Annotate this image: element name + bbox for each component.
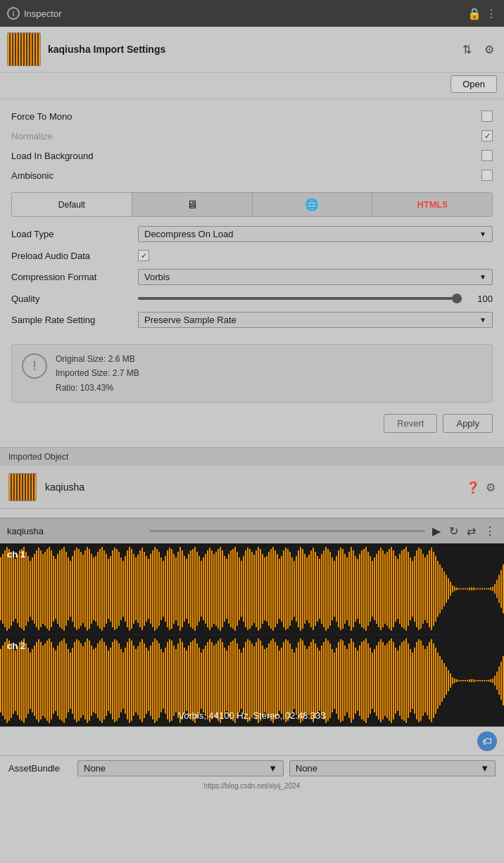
svg-rect-212 bbox=[441, 568, 443, 610]
svg-rect-333 bbox=[190, 642, 191, 719]
svg-rect-160 bbox=[332, 558, 333, 620]
file-info-box: ! Original Size: 2.6 MB Imported Size: 2… bbox=[11, 344, 493, 403]
svg-rect-446 bbox=[429, 642, 430, 719]
svg-rect-25 bbox=[46, 549, 48, 629]
svg-rect-79 bbox=[160, 558, 162, 620]
svg-rect-168 bbox=[348, 552, 350, 626]
svg-rect-128 bbox=[264, 558, 265, 620]
gear-icon-button[interactable]: ⚙ bbox=[481, 42, 497, 58]
svg-rect-395 bbox=[321, 645, 322, 716]
desktop-icon: 🖥 bbox=[187, 199, 198, 211]
svg-rect-234 bbox=[488, 588, 489, 590]
preload-audio-row: Preload Audio Data bbox=[11, 246, 493, 265]
tag-button[interactable]: 🏷 bbox=[477, 731, 497, 751]
svg-rect-213 bbox=[443, 572, 445, 607]
svg-rect-275 bbox=[68, 649, 69, 712]
player-progress-bar[interactable] bbox=[150, 530, 425, 532]
preload-audio-checkbox[interactable] bbox=[138, 250, 149, 261]
lock-icon[interactable]: 🔒 bbox=[467, 7, 481, 20]
svg-rect-438 bbox=[412, 653, 413, 709]
assetbundle-right-dropdown[interactable]: None ▼ bbox=[289, 760, 496, 776]
normalize-checkbox[interactable] bbox=[481, 130, 493, 141]
svg-rect-192 bbox=[399, 554, 401, 624]
svg-rect-107 bbox=[220, 547, 221, 631]
sample-rate-dropdown[interactable]: Preserve Sample Rate ▼ bbox=[138, 312, 493, 328]
load-in-background-label: Load In Background bbox=[11, 151, 481, 161]
settings-icon-button[interactable]: ⚙ bbox=[486, 481, 496, 494]
svg-rect-85 bbox=[173, 554, 175, 624]
svg-rect-480 bbox=[500, 662, 502, 700]
svg-rect-81 bbox=[165, 556, 166, 622]
svg-rect-371 bbox=[270, 641, 272, 721]
svg-rect-419 bbox=[372, 653, 373, 709]
imported-object-section-label: Imported Object bbox=[0, 448, 504, 466]
tab-mobile[interactable]: 🌐 bbox=[253, 193, 373, 216]
svg-rect-136 bbox=[281, 556, 282, 622]
compression-format-dropdown[interactable]: Vorbis ▼ bbox=[138, 269, 493, 285]
repeat-button[interactable]: ⇄ bbox=[465, 523, 477, 539]
quality-slider-track[interactable] bbox=[138, 297, 462, 300]
svg-rect-280 bbox=[78, 641, 80, 721]
svg-rect-13 bbox=[21, 549, 23, 629]
ambisonic-checkbox[interactable] bbox=[481, 170, 493, 181]
inspector-title: Inspector bbox=[24, 8, 463, 19]
svg-rect-71 bbox=[144, 552, 145, 626]
svg-rect-101 bbox=[207, 550, 208, 627]
assetbundle-left-dropdown[interactable]: None ▼ bbox=[77, 760, 284, 776]
svg-rect-393 bbox=[317, 648, 318, 714]
svg-rect-84 bbox=[171, 549, 172, 629]
svg-rect-255 bbox=[25, 643, 27, 718]
svg-rect-268 bbox=[53, 648, 54, 714]
tab-desktop[interactable]: 🖥 bbox=[132, 193, 253, 216]
svg-rect-154 bbox=[319, 559, 320, 619]
header-menu-icon[interactable]: ⋮ bbox=[486, 7, 497, 20]
svg-rect-426 bbox=[386, 643, 388, 718]
load-type-row: Load Type Decompress On Load ▼ bbox=[11, 222, 493, 246]
svg-rect-295 bbox=[110, 648, 111, 714]
tab-html5[interactable]: HTML5 bbox=[372, 193, 492, 216]
svg-rect-324 bbox=[171, 641, 172, 721]
load-type-dropdown[interactable]: Decompress On Load ▼ bbox=[138, 226, 493, 242]
svg-rect-332 bbox=[188, 645, 189, 716]
svg-rect-386 bbox=[302, 641, 303, 721]
svg-rect-405 bbox=[342, 641, 344, 721]
svg-rect-111 bbox=[228, 554, 229, 624]
force-to-mono-checkbox[interactable] bbox=[481, 111, 493, 122]
loop-button[interactable]: ↻ bbox=[448, 523, 460, 539]
help-icon-button[interactable]: ❓ bbox=[466, 481, 480, 494]
compression-format-value: Vorbis ▼ bbox=[138, 269, 493, 285]
svg-rect-274 bbox=[65, 643, 67, 718]
svg-rect-115 bbox=[237, 552, 238, 626]
svg-rect-135 bbox=[279, 559, 280, 619]
imported-object-name: kaqiusha bbox=[45, 481, 458, 493]
open-button[interactable]: Open bbox=[451, 75, 497, 93]
sample-rate-dropdown-arrow: ▼ bbox=[479, 316, 486, 324]
svg-rect-288 bbox=[95, 648, 96, 714]
player-menu-button[interactable]: ⋮ bbox=[483, 523, 497, 539]
load-in-background-checkbox[interactable] bbox=[481, 150, 493, 161]
svg-rect-293 bbox=[106, 645, 107, 716]
svg-rect-245 bbox=[4, 642, 6, 719]
svg-rect-100 bbox=[205, 554, 206, 624]
svg-rect-189 bbox=[393, 550, 394, 627]
svg-rect-389 bbox=[308, 646, 310, 715]
svg-rect-381 bbox=[291, 649, 293, 712]
svg-rect-358 bbox=[243, 648, 244, 714]
svg-rect-127 bbox=[262, 554, 263, 624]
apply-button[interactable]: Apply bbox=[443, 414, 493, 433]
svg-rect-191 bbox=[397, 559, 398, 619]
play-button[interactable]: ▶ bbox=[431, 523, 442, 539]
svg-rect-63 bbox=[127, 550, 128, 627]
audio-player-bar: kaqiusha ▶ ↻ ⇄ ⋮ bbox=[0, 518, 504, 543]
tab-default[interactable]: Default bbox=[12, 193, 132, 216]
svg-rect-214 bbox=[446, 575, 447, 603]
svg-rect-449 bbox=[435, 648, 436, 714]
svg-rect-415 bbox=[363, 641, 365, 721]
svg-rect-82 bbox=[167, 550, 168, 627]
svg-rect-462 bbox=[462, 680, 464, 681]
adjust-icon-button[interactable]: ⇅ bbox=[460, 42, 474, 58]
svg-rect-471 bbox=[481, 680, 483, 681]
svg-rect-39 bbox=[76, 548, 77, 630]
svg-rect-444 bbox=[424, 649, 426, 712]
revert-button[interactable]: Revert bbox=[384, 414, 437, 433]
